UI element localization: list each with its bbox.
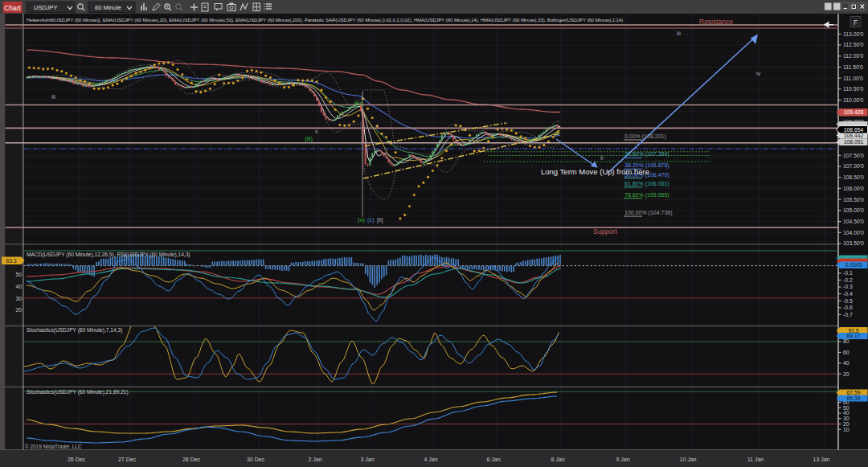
svg-text:78.60% (105.555): 78.60% (105.555) [624,192,669,199]
svg-text:iii: iii [51,93,55,100]
svg-text:HeikenAshi8(USDJPY (60 Minute): HeikenAshi8(USDJPY (60 Minute)), EMA(USD… [27,18,623,23]
svg-text:27 Dec: 27 Dec [118,457,137,462]
svg-text:104.00'0: 104.00'0 [843,230,864,236]
svg-text:Stochastics(USDJPY (60 Minute): Stochastics(USDJPY (60 Minute),21,89,21) [27,389,129,395]
svg-text:104.50'0: 104.50'0 [843,219,864,224]
svg-text:23.60% (107.384): 23.60% (107.384) [624,151,669,158]
svg-text:6 Jan: 6 Jan [486,457,500,462]
svg-text:(iv): (iv) [354,100,363,107]
svg-text:8 Jan: 8 Jan [551,457,564,462]
svg-text:Resistance: Resistance [699,18,733,26]
svg-text:-0.4: -0.4 [843,291,853,297]
svg-text:20: 20 [15,307,22,313]
svg-text:110.00'0: 110.00'0 [843,97,864,103]
svg-text:F: F [854,18,858,27]
svg-text:13 Jan: 13 Jan [813,457,829,462]
svg-text:Long Term Move (Up) from here: Long Term Move (Up) from here [541,167,649,176]
svg-text:-0.6: -0.6 [843,305,853,310]
svg-text:10: 10 [843,427,850,432]
svg-text:3 Jan: 3 Jan [360,457,374,462]
svg-text:-0.3: -0.3 [843,284,853,289]
svg-text:USDJPY: USDJPY [34,4,58,11]
svg-text:40: 40 [843,360,850,366]
svg-text:2 Jan: 2 Jan [308,457,321,462]
svg-text:111.00'0: 111.00'0 [843,76,863,81]
svg-text:106.50'0: 106.50'0 [843,174,864,180]
svg-text:© 2019 NinjaTrader, LLC: © 2019 NinjaTrader, LLC [25,444,82,450]
svg-text:-0.5: -0.5 [843,298,853,304]
svg-text:[ii]: [ii] [377,216,383,223]
svg-text:v: v [315,128,318,135]
svg-text:109.428: 109.428 [844,109,864,115]
svg-text:iv: iv [149,63,154,70]
svg-text:112.50'0: 112.50'0 [843,42,864,47]
svg-text:60 Minute: 60 Minute [95,4,121,11]
svg-text:(v): (v) [358,216,365,223]
svg-text:110.50'0: 110.50'0 [843,86,864,92]
svg-text:Stochastics(USDJPY (60 Minute): Stochastics(USDJPY (60 Minute),7,14,3) [27,327,122,334]
svg-text:61.80% (106.061): 61.80% (106.061) [624,181,669,187]
svg-text:(iii): (iii) [305,135,313,142]
svg-text:105.50'0: 105.50'0 [843,197,864,203]
svg-text:106.00'0: 106.00'0 [843,186,864,191]
svg-text:iv: iv [756,70,761,77]
svg-text:40: 40 [15,284,22,289]
svg-text:111.50'0: 111.50'0 [843,64,863,70]
svg-text:-0.7: -0.7 [843,312,853,317]
svg-text:80: 80 [843,338,850,344]
svg-text:107.00'0: 107.00'0 [843,163,864,169]
svg-text:ii: ii [600,154,604,162]
svg-text:20: 20 [843,371,850,377]
svg-text:(c): (c) [367,216,375,223]
svg-text:30 Dec: 30 Dec [247,457,265,462]
svg-text:11 Jan: 11 Jan [747,457,764,462]
svg-text:Chart: Chart [4,4,21,12]
svg-text:63.3: 63.3 [6,258,16,264]
svg-text:30: 30 [15,296,22,301]
svg-text:MACD(USDJPY (60 Minute),12,26,: MACD(USDJPY (60 Minute),12,26,9), RSI(US… [27,252,190,258]
svg-text:105.00'0: 105.00'0 [843,207,864,213]
svg-text:112.00'0: 112.00'0 [843,53,864,59]
svg-text:26 Dec: 26 Dec [68,457,86,462]
svg-text:iii: iii [677,30,681,37]
svg-text:Support: Support [593,227,617,236]
svg-text:107.50'0: 107.50'0 [843,153,864,158]
svg-text:103.50'0: 103.50'0 [843,240,864,246]
svg-text:108.654: 108.654 [844,127,864,133]
svg-text:113.00'0: 113.00'0 [843,31,864,37]
svg-text:100.00% (104.738): 100.00% (104.738) [624,210,673,216]
svg-text:10 Jan: 10 Jan [679,457,696,462]
svg-text:0.0345: 0.0345 [845,262,862,268]
svg-text:28 Dec: 28 Dec [182,457,201,462]
svg-text:60: 60 [843,350,850,355]
svg-text:4 Jan: 4 Jan [424,457,437,462]
svg-text:108.091: 108.091 [844,139,864,145]
svg-text:-0.2: -0.2 [843,277,853,283]
svg-text:9 Jan: 9 Jan [616,457,629,462]
svg-text:-0.1: -0.1 [843,270,853,276]
svg-text:84.17: 84.17 [846,333,860,338]
svg-text:65.39: 65.39 [846,395,860,401]
svg-text:50: 50 [15,272,22,277]
svg-text:0.00% (108.201): 0.00% (108.201) [624,133,666,140]
